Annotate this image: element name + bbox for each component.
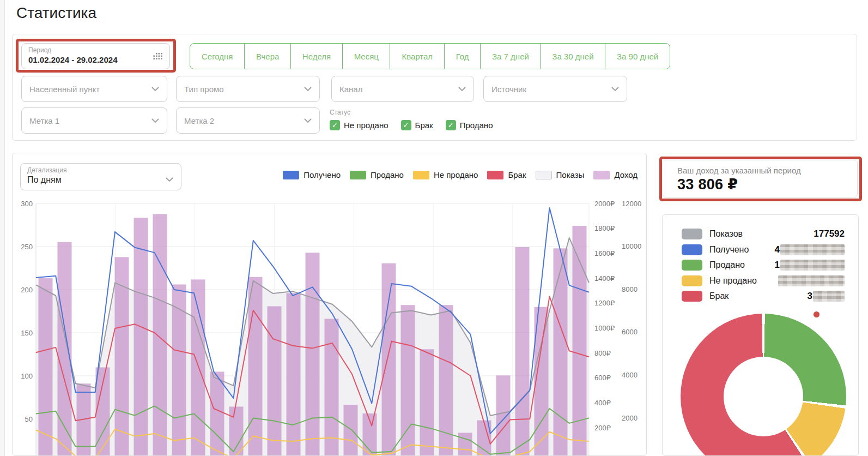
dohod-bar xyxy=(306,253,320,456)
dohod-bar xyxy=(58,242,72,456)
quick-range-2[interactable]: Вчера xyxy=(244,43,291,69)
income-card: Ваш доход за указанный период 33 806 ₽ xyxy=(663,160,858,197)
income-value: 33 806 ₽ xyxy=(677,176,857,193)
page-title: Статистика xyxy=(16,4,96,22)
status-option-label: Продано xyxy=(460,121,493,130)
left-axis-tick: 150 xyxy=(21,329,33,337)
dohod-bar xyxy=(325,319,339,456)
count-axis-tick: 10000 xyxy=(622,242,641,250)
quick-range-1[interactable]: Сегодня xyxy=(190,43,245,69)
count-axis-tick: 8000 xyxy=(622,285,638,293)
rub-axis-tick: 800₽ xyxy=(594,349,611,357)
chevron-down-icon xyxy=(304,87,312,91)
checkbox-checked-icon[interactable]: ✓ xyxy=(330,120,340,130)
select-placeholder: Источник xyxy=(491,85,526,94)
dohod-bar xyxy=(382,263,396,456)
donut-area xyxy=(663,215,858,455)
status-label: Статус xyxy=(330,109,350,116)
dohod-bar xyxy=(268,307,282,456)
dohod-bar xyxy=(554,248,568,456)
quick-range-8[interactable]: За 30 дней xyxy=(540,43,605,69)
dohod-bar xyxy=(39,278,53,456)
rub-axis-tick: 400₽ xyxy=(594,399,611,407)
dohod-bar xyxy=(515,247,530,456)
chevron-down-icon xyxy=(304,118,312,123)
dohod-bar xyxy=(496,375,511,456)
period-label: Период xyxy=(28,47,163,55)
status-option-3[interactable]: ✓Продано xyxy=(446,120,493,130)
dohod-bar xyxy=(229,407,244,456)
dohod-bar xyxy=(172,285,186,456)
rub-axis-tick: 600₽ xyxy=(594,374,611,382)
statistics-page: { "page": { "title": "Статистика" }, "fi… xyxy=(0,0,868,456)
collapsed-sidebar-strip xyxy=(0,0,5,456)
select-town[interactable]: Населенный пункт xyxy=(21,76,167,102)
dohod-bar xyxy=(458,433,472,456)
quick-range-5[interactable]: Квартал xyxy=(390,43,445,69)
dohod-bar xyxy=(115,257,129,456)
combo-chart[interactable]: 300250200150100502000₽1800₽1600₽1400₽120… xyxy=(13,153,647,456)
status-option-2[interactable]: ✓Брак xyxy=(401,120,433,130)
rub-axis-tick: 1200₽ xyxy=(594,299,615,307)
dohod-bar xyxy=(210,372,224,456)
quick-range-9[interactable]: За 90 дней xyxy=(605,43,670,69)
checkbox-checked-icon[interactable]: ✓ xyxy=(401,120,411,130)
rub-axis-tick: 1000₽ xyxy=(594,324,615,332)
select-placeholder: Населенный пункт xyxy=(29,85,100,94)
calendar-icon[interactable] xyxy=(153,53,163,63)
dohod-bar xyxy=(134,218,148,456)
left-axis-tick: 250 xyxy=(21,243,33,251)
rub-axis-tick: 200₽ xyxy=(594,424,611,432)
donut-marker-dot xyxy=(814,311,820,317)
chevron-down-icon xyxy=(611,87,619,91)
status-checkbox-group: ✓Не продано✓Брак✓Продано xyxy=(330,120,493,130)
income-label: Ваш доход за указанный период xyxy=(677,166,857,175)
left-axis-tick: 200 xyxy=(21,286,33,294)
rub-axis-tick: 1600₽ xyxy=(594,249,615,257)
count-axis-tick: 6000 xyxy=(622,328,638,336)
count-axis-tick: 4000 xyxy=(622,371,638,379)
left-axis-tick: 100 xyxy=(21,372,33,380)
period-field[interactable]: Период 01.02.2024 - 29.02.2024 xyxy=(21,43,170,69)
donut-hole xyxy=(724,357,803,436)
status-option-label: Не продано xyxy=(344,121,389,130)
dohod-bar xyxy=(191,279,205,456)
filters-panel: Период 01.02.2024 - 29.02.2024 СегодняВч… xyxy=(12,34,857,141)
rub-axis-tick: 1400₽ xyxy=(594,274,615,283)
quick-range-group: СегодняВчераНеделяМесяцКварталГодЗа 7 дн… xyxy=(190,43,670,69)
dohod-bar xyxy=(344,405,358,456)
dohod-bar xyxy=(401,305,415,456)
rub-axis-tick: 2000₽ xyxy=(594,200,615,208)
chevron-down-icon xyxy=(151,118,159,123)
count-axis-tick: 2000 xyxy=(622,414,638,422)
period-value: 01.02.2024 - 29.02.2024 xyxy=(28,55,163,64)
select-placeholder: Метка 1 xyxy=(29,116,59,125)
dohod-bar xyxy=(248,277,263,456)
dohod-bar xyxy=(420,349,434,456)
quick-range-3[interactable]: Неделя xyxy=(290,43,343,69)
select-tag1[interactable]: Метка 1 xyxy=(21,107,167,134)
status-option-label: Брак xyxy=(415,121,433,130)
left-axis-tick: 50 xyxy=(25,415,33,423)
dohod-bar xyxy=(153,214,167,456)
select-tag2[interactable]: Метка 2 xyxy=(176,107,320,134)
chevron-down-icon xyxy=(458,87,466,91)
rub-axis-tick: 1800₽ xyxy=(594,224,615,232)
status-option-1[interactable]: ✓Не продано xyxy=(330,120,389,130)
quick-range-7[interactable]: За 7 дней xyxy=(480,43,541,69)
checkbox-checked-icon[interactable]: ✓ xyxy=(446,120,456,130)
select-placeholder: Метка 2 xyxy=(184,116,214,125)
left-axis-tick: 300 xyxy=(21,200,33,208)
count-axis-tick: 12000 xyxy=(622,200,641,208)
select-channel[interactable]: Канал xyxy=(331,76,474,102)
select-placeholder: Тип промо xyxy=(184,85,224,94)
select-promo[interactable]: Тип промо xyxy=(176,76,320,102)
select-placeholder: Канал xyxy=(339,85,362,94)
main-chart-panel: Детализация По дням ПолученоПроданоНе пр… xyxy=(12,153,647,456)
quick-range-4[interactable]: Месяц xyxy=(342,43,391,69)
chevron-down-icon xyxy=(151,87,159,91)
quick-range-6[interactable]: Год xyxy=(444,43,481,69)
dohod-bar xyxy=(287,293,301,456)
totals-panel: Показов177592Получено4Продано1Не продано… xyxy=(662,214,859,456)
select-source[interactable]: Источник xyxy=(483,76,627,102)
